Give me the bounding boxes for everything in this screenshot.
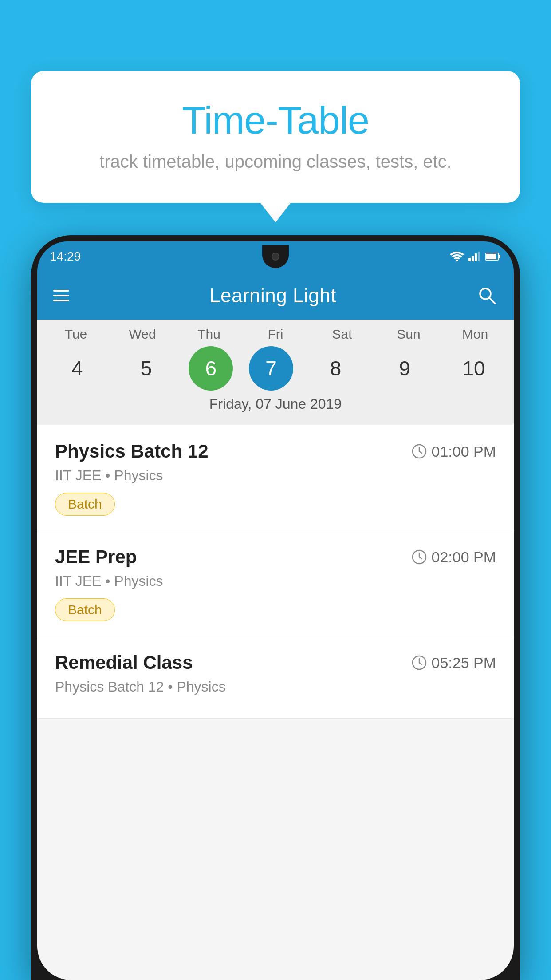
day-header-sat: Sat [315,327,369,342]
day-numbers: 4 5 6 7 8 9 10 [37,346,514,391]
selected-date-label: Friday, 07 June 2019 [37,391,514,419]
schedule-item-1-header: Physics Batch 12 01:00 PM [55,441,496,462]
camera-dot [272,253,279,261]
hamburger-menu-button[interactable] [53,290,69,301]
clock-icon-1 [412,444,427,459]
svg-rect-4 [478,252,480,261]
schedule-item-3-time: 05:25 PM [412,654,496,672]
day-8[interactable]: 8 [309,346,362,391]
schedule-item-3-subtitle: Physics Batch 12 • Physics [55,679,496,695]
day-9[interactable]: 9 [378,346,431,391]
day-headers: Tue Wed Thu Fri Sat Sun Mon [37,327,514,342]
svg-rect-3 [475,253,477,261]
day-header-wed: Wed [116,327,169,342]
tooltip-subtitle: track timetable, upcoming classes, tests… [58,152,493,172]
svg-rect-7 [499,255,500,258]
day-header-mon: Mon [449,327,502,342]
hamburger-line-3 [53,300,69,301]
phone-frame: 14:29 [31,235,520,980]
hamburger-line-1 [53,290,69,292]
schedule-item-2-badge: Batch [55,598,115,621]
schedule-item-2[interactable]: JEE Prep 02:00 PM IIT JEE • Physics Batc… [37,530,514,636]
svg-line-18 [419,663,422,664]
signal-icon [468,252,481,261]
clock-icon-2 [412,549,427,565]
status-bar: 14:29 [37,241,514,272]
schedule-list: Physics Batch 12 01:00 PM IIT JEE • Phys… [37,425,514,719]
schedule-item-3-header: Remedial Class 05:25 PM [55,652,496,673]
day-7-selected[interactable]: 7 [249,346,293,391]
app-bar: Learning Light [37,272,514,320]
schedule-item-1-badge: Batch [55,493,115,516]
phone-screen: Learning Light Tue Wed Thu Fri Sat Sun M… [37,272,514,980]
camera-notch [262,245,289,268]
search-button[interactable] [476,285,498,306]
schedule-item-1-subtitle: IIT JEE • Physics [55,467,496,484]
schedule-item-1-time: 01:00 PM [412,443,496,460]
day-4[interactable]: 4 [51,346,104,391]
clock-icon-3 [412,655,427,670]
calendar-strip: Tue Wed Thu Fri Sat Sun Mon 4 5 6 7 8 9 … [37,320,514,425]
schedule-item-2-time-text: 02:00 PM [431,549,496,566]
schedule-item-3-time-text: 05:25 PM [431,654,496,672]
schedule-item-2-time: 02:00 PM [412,549,496,566]
day-header-fri: Fri [249,327,302,342]
svg-line-12 [419,451,422,453]
day-6-today[interactable]: 6 [189,346,233,391]
app-title: Learning Light [209,285,336,307]
schedule-item-2-title: JEE Prep [55,546,137,568]
schedule-item-1-title: Physics Batch 12 [55,441,209,462]
svg-rect-1 [468,258,471,261]
schedule-item-3[interactable]: Remedial Class 05:25 PM Physics Batch 12… [37,636,514,719]
status-time: 14:29 [50,249,81,264]
svg-line-9 [489,298,495,304]
schedule-item-3-title: Remedial Class [55,652,193,673]
day-5[interactable]: 5 [120,346,173,391]
hamburger-line-2 [53,295,69,296]
svg-line-15 [419,557,422,559]
svg-rect-6 [486,254,496,259]
day-10[interactable]: 10 [447,346,500,391]
schedule-item-1[interactable]: Physics Batch 12 01:00 PM IIT JEE • Phys… [37,425,514,530]
svg-point-0 [456,260,458,262]
day-header-thu: Thu [182,327,236,342]
day-header-tue: Tue [49,327,102,342]
status-icons [450,252,501,261]
schedule-item-2-header: JEE Prep 02:00 PM [55,546,496,568]
svg-rect-2 [472,256,474,261]
wifi-icon [450,252,464,261]
tooltip-title: Time-Table [58,98,493,143]
schedule-item-2-subtitle: IIT JEE • Physics [55,573,496,589]
tooltip-card: Time-Table track timetable, upcoming cla… [31,71,520,203]
battery-icon [485,252,501,261]
schedule-item-1-time-text: 01:00 PM [431,443,496,460]
day-header-sun: Sun [382,327,435,342]
